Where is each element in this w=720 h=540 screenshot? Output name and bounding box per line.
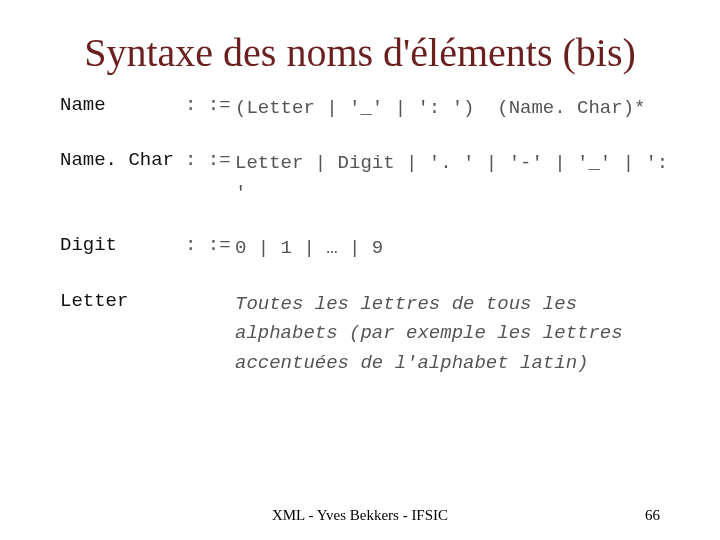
- grammar-rule: Name : := (Letter | '_' | ': ') (Name. C…: [60, 94, 670, 123]
- rule-lhs: Digit: [60, 234, 185, 256]
- grammar-rule: Name. Char : := Letter | Digit | '. ' | …: [60, 149, 670, 208]
- rule-sep: : :=: [185, 94, 235, 116]
- footer-text: XML - Yves Bekkers - IFSIC: [272, 507, 448, 524]
- rule-lhs: Letter: [60, 290, 185, 312]
- rule-lhs: Name: [60, 94, 185, 116]
- rule-rhs: Letter | Digit | '. ' | '-' | '_' | ': ': [235, 149, 670, 208]
- rule-rhs: Toutes les lettres de tous les alphabets…: [235, 290, 670, 378]
- grammar-rule: Digit : := 0 | 1 | … | 9: [60, 234, 670, 263]
- grammar-block: Name : := (Letter | '_' | ': ') (Name. C…: [50, 94, 670, 378]
- slide-title: Syntaxe des noms d'éléments (bis): [50, 30, 670, 76]
- grammar-rule: Letter Toutes les lettres de tous les al…: [60, 290, 670, 378]
- rule-rhs: 0 | 1 | … | 9: [235, 234, 670, 263]
- slide-footer: XML - Yves Bekkers - IFSIC 66: [0, 507, 720, 524]
- rule-lhs: Name. Char: [60, 149, 185, 171]
- rule-sep: : :=: [185, 149, 235, 171]
- rule-rhs: (Letter | '_' | ': ') (Name. Char)*: [235, 94, 670, 123]
- rule-sep: : :=: [185, 234, 235, 256]
- page-number: 66: [645, 507, 660, 524]
